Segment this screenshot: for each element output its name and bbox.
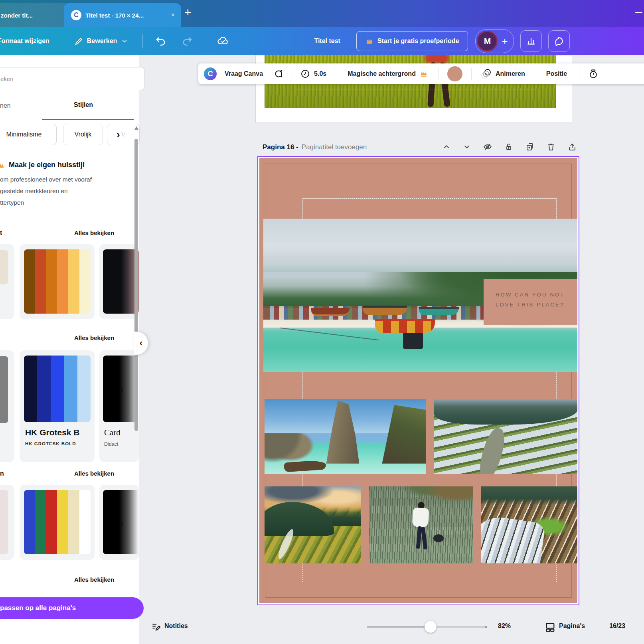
palette-stripe [24,490,35,554]
search-input[interactable]: eken [0,67,144,90]
search-placeholder-text: eken [0,75,14,82]
team-pill: M + [475,29,514,53]
zoom-slider-knob[interactable] [425,621,437,633]
position-button[interactable]: Positie [546,70,567,77]
font-card-hk-grotesk[interactable]: HK Grotesk B HK GROTESK BOLD [20,350,95,462]
swatch-pink [0,490,8,554]
see-all-link-3[interactable]: Alles bekijken [74,470,114,477]
photo-rice-terraces-flooded[interactable] [434,399,578,474]
avatar[interactable]: M [477,31,498,51]
palette-stripe [46,490,57,554]
animate-button[interactable]: Animeren [496,70,525,77]
chip-label: Vrolijk [75,131,92,138]
photo-sunset-valley[interactable] [265,486,361,563]
chip-vrolijk[interactable]: Vrolijk [63,124,103,145]
photo-terraced-hillside[interactable] [481,486,578,563]
brandkit-line: om professioneel over met vooraf [0,174,124,185]
browser-tab-2-active[interactable]: C Titel test - 170 × 24... × [64,3,181,27]
sidebar-scrollbar[interactable] [134,139,138,431]
background-color-swatch[interactable] [447,66,462,81]
ask-canva-button[interactable]: Vraag Canva [225,70,263,77]
magic-background-button[interactable]: Magische achtergrond [348,70,416,77]
trial-button[interactable]: Start je gratis proefperiode [356,31,468,51]
decor-shape [403,333,423,349]
see-all-link-1[interactable]: Alles bekijken [74,229,114,236]
page-16-canvas[interactable]: HOW CAN YOU NOT LOVE THIS PLACE? [257,156,579,605]
quote-line-2: LOVE THIS PLACE? [496,300,579,310]
chips-next-icon[interactable]: › [117,129,120,140]
duplicate-page-icon[interactable] [525,142,535,152]
decor-shape [378,405,427,464]
palette-card-next[interactable]: › [99,244,139,319]
lock-page-icon[interactable] [504,142,514,152]
zoom-track-remainder [430,626,486,628]
collapse-chevron-icon: ‹ [140,339,142,348]
font-card-next[interactable]: › Card Didact [99,350,139,462]
undo-icon[interactable] [155,35,167,47]
font-card-partial[interactable]: nC [0,350,14,462]
sidebar-collapse-handle[interactable]: ‹ [134,332,148,355]
window-minimize-icon[interactable] [635,12,642,13]
crown-icon [420,70,428,77]
carousel-next-icon[interactable]: › [120,518,124,528]
tab-title: Titel test - 170 × 24... [85,12,144,19]
palette-card-partial-3[interactable] [0,485,14,560]
tab-stijlen[interactable]: Stijlen [74,101,93,109]
palette-stripe [77,356,91,422]
decor-shape [311,308,350,316]
resize-button[interactable]: Formaat wijzigen [0,38,49,45]
decor-shape [434,399,578,425]
edit-menu-button[interactable]: Bewerken [87,38,117,45]
palette-card-partial-1[interactable]: CF RA [0,244,14,319]
palette-card-warm[interactable] [20,244,95,319]
comments-button[interactable] [548,30,570,52]
move-page-up-icon[interactable] [442,142,451,151]
see-all-link-2[interactable]: Alles bekijken [74,334,114,341]
photo-karst-lagoon[interactable] [265,399,426,474]
page-title-placeholder[interactable]: Paginatitel toevoegen [302,143,367,151]
decor-shape [481,514,546,563]
photo-person-walking-grass[interactable] [369,486,473,563]
divider [337,68,337,80]
redo-icon[interactable] [181,35,193,47]
new-tab-button[interactable]: + [184,6,192,19]
move-page-down-icon[interactable] [462,142,471,151]
hide-page-icon[interactable] [483,142,492,152]
timer-icon[interactable] [588,69,599,79]
comment-add-icon[interactable] [273,69,284,79]
add-page-icon[interactable] [567,142,577,152]
divider [579,68,579,80]
see-all-link-4[interactable]: Alles bekijken [74,576,114,583]
chip-minimalisme[interactable]: Minimalisme [0,124,57,145]
palette-card-next-3[interactable]: › [99,485,139,560]
notes-button[interactable]: Notities [164,622,188,630]
apply-all-pages-button[interactable]: passen op alle pagina's [0,597,144,619]
tab-left-partial[interactable]: nen [0,102,11,109]
color-palette-primary [24,490,91,554]
pages-button[interactable]: Pagina's [559,622,585,630]
add-member-button[interactable]: + [502,35,508,47]
carousel-next-icon[interactable]: › [120,385,124,395]
duration-value[interactable]: 5.0s [314,70,326,77]
palette-stripe [46,249,57,314]
delete-page-icon[interactable] [546,142,556,152]
palette-card-primary[interactable] [20,485,95,560]
quote-text-box[interactable]: HOW CAN YOU NOT LOVE THIS PLACE? [484,279,579,325]
carousel-next-icon[interactable]: › [118,276,121,286]
scrollbar-up-arrow[interactable] [134,126,138,130]
animate-icon[interactable] [480,68,492,80]
duration-clock-icon[interactable] [300,69,310,79]
insights-button[interactable] [520,30,542,52]
cloud-saved-icon [217,35,229,47]
swatch-beige [0,250,8,284]
palette-stripe [24,356,37,422]
pencil-icon [74,36,84,46]
trial-button-label: Start je gratis proefperiode [377,38,459,45]
decor-shape [421,527,427,550]
page16-background[interactable]: HOW CAN YOU NOT LOVE THIS PLACE? [258,157,579,604]
document-title[interactable]: Titel test [314,38,340,45]
zoom-level-value[interactable]: 82% [498,622,511,630]
tab-close-icon[interactable]: × [171,12,175,19]
browser-tabbar: zonder tit... × C Titel test - 170 × 24.… [0,0,644,27]
canva-logo: C [204,67,217,80]
